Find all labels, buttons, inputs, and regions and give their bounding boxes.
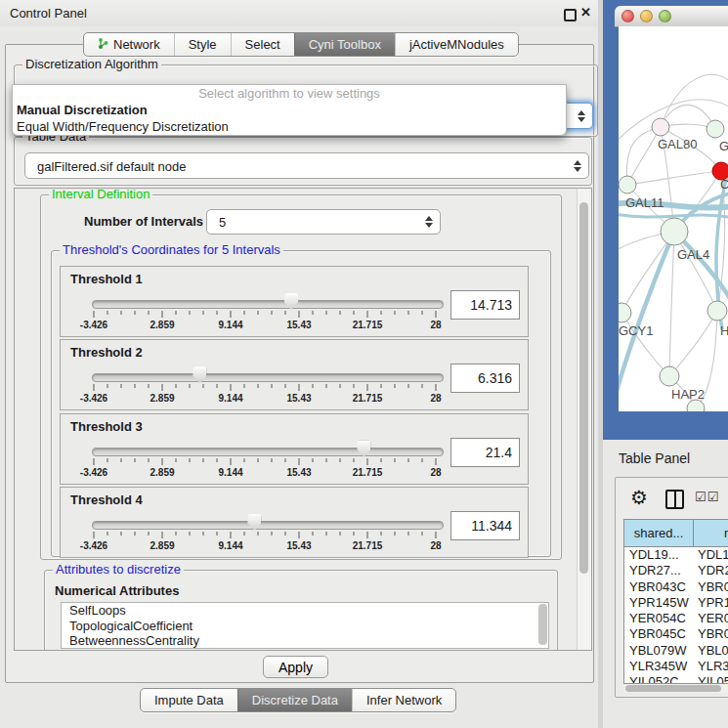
numerical-attributes-list[interactable]: SelfLoopsTopologicalCoefficientBetweenne… xyxy=(61,602,549,649)
select-columns-icon[interactable]: ☑☑ xyxy=(695,490,719,504)
tick-mark xyxy=(285,384,286,388)
network-edge[interactable] xyxy=(669,311,717,376)
threshold-panel: Threshold 2-3.4262.8599.14415.4321.71528… xyxy=(60,339,529,410)
tick-mark xyxy=(149,458,150,462)
tick-mark xyxy=(231,311,232,318)
tick-mark xyxy=(381,311,382,315)
tab-style[interactable]: Style xyxy=(174,33,231,56)
network-node-g[interactable] xyxy=(707,120,724,138)
table-row[interactable]: YBR043CYBR04 xyxy=(624,579,728,595)
slider-track[interactable] xyxy=(92,448,444,456)
close-traffic-light-icon[interactable] xyxy=(621,10,634,22)
table-data-value: galFiltered.sif default node xyxy=(37,158,186,173)
table-row[interactable]: YLR345WYLR34 xyxy=(624,659,728,674)
tick-mark xyxy=(340,311,341,315)
threshold-panel: Threshold 3-3.4262.8599.14415.4321.71528… xyxy=(60,413,529,485)
scrollbar-thumb[interactable] xyxy=(625,685,721,692)
table-row[interactable]: YDL19...YDL19 xyxy=(624,547,728,563)
shared-name-cell: YIL052C xyxy=(629,674,679,683)
table-row[interactable]: YER054CYER05 xyxy=(624,611,728,626)
tick-mark xyxy=(408,384,409,388)
network-node-hap2[interactable] xyxy=(660,366,679,386)
tick-mark xyxy=(149,311,150,315)
attribute-list-item[interactable]: SelfLoops xyxy=(62,603,548,619)
attribute-list-item[interactable]: BetweennessCentrality xyxy=(62,633,548,649)
name-cell: YER05 xyxy=(698,611,728,626)
shared-name-cell: YLR345W xyxy=(629,659,687,674)
tab-jactivemnodules[interactable]: jActiveMNodules xyxy=(395,33,518,56)
close-icon[interactable]: ✕ xyxy=(580,5,591,20)
apply-button[interactable]: Apply xyxy=(263,656,328,678)
network-edge[interactable] xyxy=(627,127,661,185)
table-row[interactable]: YDR27...YDR27 xyxy=(624,563,728,578)
slider-ticks xyxy=(94,384,436,392)
dropdown-option[interactable]: Manual Discretization xyxy=(13,102,566,118)
network-node-label: C xyxy=(720,177,728,192)
table-panel: ⚙ ☑☑ shared... n YDL19...YDL19YDR27...YD… xyxy=(615,477,728,698)
settings-vertical-scrollbar[interactable] xyxy=(577,189,591,650)
network-edge[interactable] xyxy=(621,313,669,376)
tick-mark xyxy=(176,384,177,388)
float-window-icon[interactable] xyxy=(564,9,577,21)
table-data-select[interactable]: galFiltered.sif default node xyxy=(24,152,589,179)
table-row[interactable]: YBL079WYBL07 xyxy=(624,643,728,659)
network-node-label: G xyxy=(719,139,728,153)
threshold-value[interactable]: 14.713 xyxy=(450,290,520,320)
column-header-shared-name[interactable]: shared... xyxy=(624,520,694,546)
network-canvas[interactable]: GAL80GCGAL11GAL4GCY1HHAP2 xyxy=(619,26,728,411)
table-row[interactable]: YIL052CYIL05 xyxy=(624,674,728,683)
algorithm-group-label: Discretization Algorithm xyxy=(22,58,161,71)
tick-mark xyxy=(244,384,245,388)
tab-discretize-data[interactable]: Discretize Data xyxy=(237,689,352,711)
shared-name-cell: YDL19... xyxy=(629,547,679,563)
dropdown-option[interactable]: Equal Width/Frequency Discretization xyxy=(13,118,566,135)
tick-mark xyxy=(244,532,245,535)
network-edge[interactable] xyxy=(627,171,721,185)
tab-impute-data[interactable]: Impute Data xyxy=(141,689,237,711)
network-edge[interactable] xyxy=(661,74,728,127)
network-node-gal11[interactable] xyxy=(619,176,636,193)
threshold-value[interactable]: 11.344 xyxy=(450,511,520,540)
tick-mark xyxy=(422,458,423,462)
network-view-window: GAL80GCGAL11GAL4GCY1HHAP2 xyxy=(603,0,728,440)
network-node-gcy1[interactable] xyxy=(619,303,631,322)
table-row[interactable]: YPR145WYPR14 xyxy=(624,595,728,611)
table-horizontal-scrollbar[interactable] xyxy=(623,684,728,693)
list-scrollbar-thumb[interactable] xyxy=(538,604,547,645)
network-edge[interactable] xyxy=(669,232,674,376)
scrollbar-thumb[interactable] xyxy=(579,202,588,574)
tick-mark xyxy=(121,384,122,388)
attribute-list-item[interactable]: TopologicalCoefficient xyxy=(62,619,548,634)
shared-name-cell: YBL079W xyxy=(629,643,687,659)
network-node-h[interactable] xyxy=(707,301,727,321)
column-header-name[interactable]: n xyxy=(694,520,728,546)
tab-infer-network[interactable]: Infer Network xyxy=(352,689,455,711)
num-intervals-select[interactable]: 5 xyxy=(206,209,441,235)
network-window-titlebar[interactable] xyxy=(615,6,728,27)
tick-mark xyxy=(135,532,136,535)
network-node-gal80[interactable] xyxy=(652,118,669,136)
network-edge-highlighted[interactable] xyxy=(619,214,728,218)
panel-title: Control Panel xyxy=(10,6,87,21)
split-columns-icon[interactable] xyxy=(665,490,684,509)
attributes-group: Attributes to discretize Numerical Attri… xyxy=(44,570,558,651)
slider-track[interactable] xyxy=(92,521,444,530)
zoom-traffic-light-icon[interactable] xyxy=(659,10,671,22)
network-node-gal4[interactable] xyxy=(661,218,688,245)
threshold-value[interactable]: 6.316 xyxy=(450,364,520,393)
tick-mark xyxy=(354,532,355,535)
slider-track[interactable] xyxy=(92,373,444,382)
tick-mark xyxy=(395,532,396,535)
threshold-value[interactable]: 21.4 xyxy=(450,438,520,467)
tab-select[interactable]: Select xyxy=(231,33,294,56)
tab-network[interactable]: Network xyxy=(84,33,174,56)
tick-mark xyxy=(326,532,327,535)
control-panel-titlebar: Control Panel ✕ xyxy=(0,0,598,26)
network-graph: GAL80GCGAL11GAL4GCY1HHAP2 xyxy=(619,26,728,411)
slider-track[interactable] xyxy=(92,300,444,309)
tick-mark xyxy=(354,458,355,462)
minimize-traffic-light-icon[interactable] xyxy=(640,10,653,22)
table-row[interactable]: YBR045CYBR04 xyxy=(624,626,728,642)
tab-cyni-toolbox[interactable]: Cyni Toolbox xyxy=(294,33,395,56)
gear-icon[interactable]: ⚙ xyxy=(630,486,648,509)
